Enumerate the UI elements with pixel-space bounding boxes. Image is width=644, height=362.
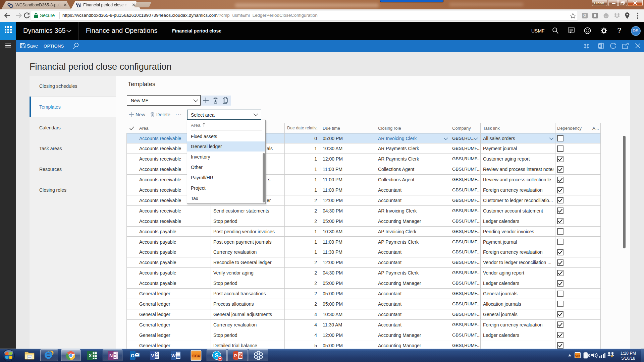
svg-text:CC4: CC4 xyxy=(192,354,200,358)
svg-text:W: W xyxy=(171,353,176,358)
svg-text:O: O xyxy=(131,353,135,358)
svg-text:X: X xyxy=(89,353,92,358)
svg-text:V: V xyxy=(151,353,154,358)
svg-text:P: P xyxy=(234,353,237,358)
svg-text:N: N xyxy=(109,353,113,358)
svg-text:CC4: CC4 xyxy=(575,355,580,357)
